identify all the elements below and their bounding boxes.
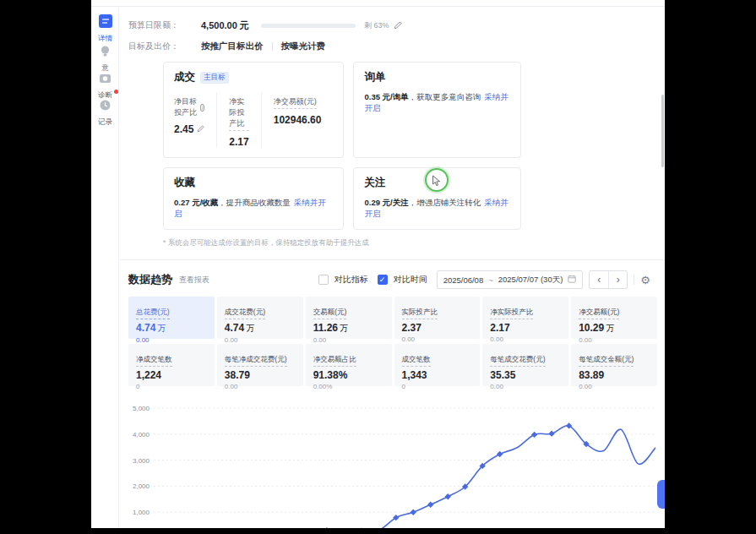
metric-value: 1,224 xyxy=(136,369,161,381)
metric-label: 净成交笔数 xyxy=(136,355,172,367)
goal-metric-value: 2.17 xyxy=(229,136,248,148)
date-range-picker[interactable]: 2025/06/08 ~ 2025/07/07 (30天) xyxy=(437,270,584,289)
compare-metric-checkbox[interactable] xyxy=(318,275,329,285)
edit-pencil-icon[interactable] xyxy=(197,123,204,135)
metric-card-roi[interactable]: 实际投产比2.370.00 xyxy=(394,297,481,339)
budget-progress-bar xyxy=(261,24,356,28)
goal-price: 0.35 元/询单 xyxy=(364,92,408,101)
bid-option-by-goal[interactable]: 按推广目标出价 xyxy=(201,41,264,52)
svg-text:2,000: 2,000 xyxy=(133,482,150,490)
bid-option-by-impression[interactable]: 按曝光计费 xyxy=(281,41,326,52)
sidebar-item-detail[interactable]: 详情 xyxy=(91,14,119,44)
goal-card-title: 关注 xyxy=(364,176,385,190)
goal-desc: ，增强店铺关注转化 xyxy=(409,198,481,207)
prev-period-button[interactable]: ‹ xyxy=(590,271,608,288)
metric-compare-value: 0.00 xyxy=(490,335,561,343)
main-content: 预算日限额： 4,500.00 元 剩 63% 目标及出价： 按推广目标出价 按… xyxy=(120,8,665,528)
floating-action-tab[interactable] xyxy=(657,480,665,509)
metric-card-deal-cost[interactable]: 成交花费(元)4.74万0.00 xyxy=(217,297,303,339)
metric-card-amount-per-order[interactable]: 每笔成交金额(元)83.890.00 xyxy=(571,344,657,386)
goal-bid-row: 目标及出价： 按推广目标出价 按曝光计费 xyxy=(128,40,665,53)
metric-card-total-cost[interactable]: 总花费(元)4.74万0.00 xyxy=(128,297,215,339)
sidebar-item-label: 记录 xyxy=(98,117,112,128)
metric-label: 成交花费(元) xyxy=(225,308,265,319)
trend-title: 数据趋势 xyxy=(128,272,172,287)
view-report-link[interactable]: 查看报表 xyxy=(179,275,209,286)
sidebar-item-diagnose[interactable]: 诊断 xyxy=(91,72,119,101)
metric-value: 38.79 xyxy=(225,369,250,381)
mouse-cursor xyxy=(432,175,442,190)
goal-card-inquiry: 询单 0.35 元/询单，获取更多意向咨询采纳并开启 xyxy=(353,62,521,158)
metric-card-grid: 总花费(元)4.74万0.00 成交花费(元)4.74万0.00 交易额(元)1… xyxy=(128,297,657,386)
next-period-button[interactable]: › xyxy=(608,271,627,288)
metric-compare-value: 0.00 xyxy=(313,336,384,344)
divider xyxy=(634,275,634,285)
metric-compare-value: 0.00 xyxy=(579,336,650,344)
metric-card-orders[interactable]: 成交笔数1,3430 xyxy=(394,344,481,386)
line-chart-canvas[interactable]: 01,0002,0003,0004,0005,0002025/07/082025… xyxy=(128,398,662,528)
metric-card-cost-per-order[interactable]: 每笔成交花费(元)35.350.00 xyxy=(482,344,568,386)
metric-label: 净实际投产比 xyxy=(490,308,533,319)
gear-icon[interactable]: ⚙ xyxy=(640,274,650,286)
goal-price: 0.29 元/关注 xyxy=(364,198,408,207)
primary-goal-badge: 主目标 xyxy=(200,72,229,84)
metric-value: 2.37 xyxy=(402,322,422,334)
date-start: 2025/06/08 xyxy=(443,275,484,285)
metric-compare-value: 0.00 xyxy=(225,383,296,390)
metric-compare-value: 0 xyxy=(402,383,473,390)
metric-label: 交易额(元) xyxy=(313,308,347,319)
history-clock-icon xyxy=(99,99,111,115)
goal-metric-value: 102946.60 xyxy=(274,114,322,126)
trend-header: 数据趋势 查看报表 对比指标 ✓ 对比时间 2025/06/08 ~ 2025/… xyxy=(128,270,665,289)
compare-metric-label: 对比指标 xyxy=(334,274,368,286)
alert-dot xyxy=(114,90,118,94)
metric-value: 4.74 xyxy=(136,322,155,334)
goal-desc: ，提升商品收藏数量 xyxy=(218,198,291,207)
goal-metric: 净实际投产比 2.17 xyxy=(216,92,260,148)
metric-label: 每笔净成交花费(元) xyxy=(225,355,287,367)
metric-label: 成交笔数 xyxy=(402,355,431,367)
metric-value: 10.29 xyxy=(579,322,604,334)
scrollbar-thumb[interactable] xyxy=(661,95,664,167)
metric-compare-value: 0.00 xyxy=(402,335,473,343)
metric-compare-value: 0.00 xyxy=(579,383,650,390)
screen: 详情 意 诊断 记录 xyxy=(0,0,756,534)
metric-value: 2.17 xyxy=(490,322,509,334)
section-divider xyxy=(120,259,665,260)
goal-card-title: 询单 xyxy=(364,70,385,84)
metric-value: 91.38% xyxy=(313,369,348,381)
top-divider xyxy=(91,0,665,7)
date-end: 2025/07/07 (30天) xyxy=(498,275,563,286)
goal-bid-label: 目标及出价： xyxy=(128,41,201,52)
metric-card-cost-per-net-order[interactable]: 每笔净成交花费(元)38.790.00 xyxy=(217,344,303,386)
metric-card-net-roi[interactable]: 净实际投产比2.170.00 xyxy=(482,297,568,339)
metric-card-net-gmv-ratio[interactable]: 净交易额占比91.38%0.00% xyxy=(306,344,392,386)
metric-compare-value: 0.00% xyxy=(313,383,384,390)
svg-text:3,000: 3,000 xyxy=(133,457,150,465)
goal-metric: 净目标投产比i 2.45 xyxy=(174,92,216,148)
metric-label: 净交易额占比 xyxy=(313,355,356,367)
metric-value: 11.26 xyxy=(313,322,338,334)
date-separator: ~ xyxy=(488,275,493,285)
divider xyxy=(272,42,273,51)
goal-note: * 系统会尽可能达成你设置的目标，保持稳定投放有助于提升达成 xyxy=(163,238,665,248)
edit-pencil-icon[interactable] xyxy=(394,18,402,33)
metric-card-net-orders[interactable]: 净成交笔数1,2240 xyxy=(128,344,215,386)
info-icon[interactable]: i xyxy=(200,104,205,112)
goal-card-title: 成交 xyxy=(174,70,195,84)
goal-metrics: 净目标投产比i 2.45 净实际投产比 2.17 净交易额(元) 102946.… xyxy=(174,92,333,148)
goal-desc: ，获取更多意向咨询 xyxy=(409,92,481,101)
goal-metric: 净交易额(元) 102946.60 xyxy=(261,92,334,148)
sidebar-item-history[interactable]: 记录 xyxy=(91,99,119,128)
svg-text:4,000: 4,000 xyxy=(133,431,150,439)
metric-unit: 万 xyxy=(157,324,166,333)
calendar-icon xyxy=(568,275,576,285)
campaign-detail-panel: 详情 意 诊断 记录 xyxy=(91,0,665,528)
metric-compare-value: 0.00 xyxy=(225,336,296,344)
metric-card-net-gmv[interactable]: 净交易额(元)10.29万0.00 xyxy=(571,297,657,339)
metric-compare-value: 0 xyxy=(136,383,207,390)
sidebar-item-idea[interactable]: 意 xyxy=(91,45,119,74)
date-nav: ‹ › xyxy=(589,270,628,289)
compare-time-checkbox[interactable]: ✓ xyxy=(378,275,388,285)
metric-card-gmv[interactable]: 交易额(元)11.26万0.00 xyxy=(306,297,392,339)
